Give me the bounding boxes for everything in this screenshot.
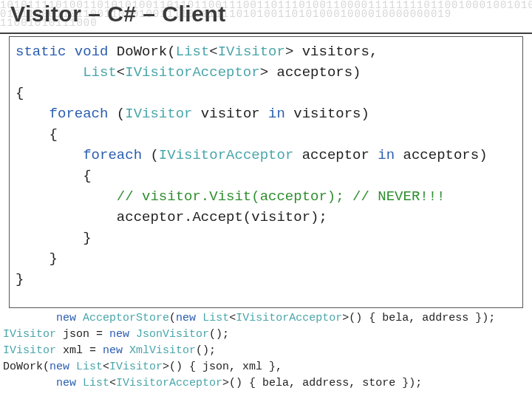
code-token: DoWork( [3, 361, 50, 373]
code-comment: // visitor.Visit(acceptor); // NEVER!!! [117, 188, 446, 205]
code-token: new [56, 377, 76, 389]
code-token: < [109, 377, 116, 389]
code-token: acceptor [293, 147, 378, 163]
code-token [3, 377, 56, 389]
code-token: foreach [50, 106, 109, 122]
code-token: new [176, 312, 196, 324]
code-token [76, 312, 83, 324]
code-token [69, 361, 76, 373]
code-token: foreach [83, 147, 142, 163]
code-token: IVisitor [109, 361, 163, 373]
code-token: acceptors) [395, 147, 487, 163]
code-block-secondary: new AcceptorStore(new List<IVisitorAccep… [3, 310, 529, 392]
code-token: List [76, 361, 103, 373]
code-token [129, 328, 136, 341]
code-token: < [229, 312, 236, 324]
code-token: } [16, 271, 24, 287]
code-token [16, 188, 117, 205]
code-token: IVisitorAcceptor [116, 377, 222, 389]
code-token: { [16, 126, 58, 143]
code-token: { [16, 168, 92, 184]
code-token: IVisitorAcceptor [159, 147, 293, 163]
code-token: IVisitorAcceptor [125, 64, 259, 81]
code-token: { [16, 85, 24, 101]
code-token: List [202, 312, 229, 324]
code-token: ( [142, 147, 159, 163]
code-token: ( [108, 106, 125, 122]
code-token: DoWork [117, 44, 167, 60]
code-token [76, 377, 83, 389]
code-token: JsonVisitor [136, 328, 209, 341]
code-token: static [16, 44, 66, 60]
code-token: >() { json, xml }, [163, 361, 282, 373]
code-token: IVisitor [3, 328, 56, 341]
code-token: void [66, 44, 116, 60]
code-token: List [83, 377, 109, 389]
code-token: >() { bela, address, store }); [222, 377, 422, 389]
code-token [123, 344, 129, 357]
code-token: new [56, 312, 76, 324]
code-token: ( [167, 44, 175, 60]
code-token: } [16, 250, 58, 267]
code-token: IVisitorAcceptor [236, 312, 342, 324]
code-token: new [50, 361, 69, 373]
code-token: List [83, 64, 117, 81]
code-token: IVisitor [125, 106, 192, 122]
code-token: in [268, 106, 285, 122]
code-token: < [209, 44, 217, 60]
code-token: new [103, 344, 123, 357]
code-token [3, 312, 56, 324]
code-token: new [109, 328, 129, 341]
code-token: (); [196, 344, 216, 357]
code-token: > acceptors) [260, 64, 361, 81]
code-token: List [176, 44, 210, 60]
code-token [16, 147, 83, 163]
code-token: AcceptorStore [83, 312, 169, 324]
code-token: } [16, 230, 92, 246]
code-token: in [378, 147, 395, 163]
code-token: >() { bela, address }); [342, 312, 495, 324]
code-token: visitor [192, 106, 268, 122]
code-token: json = [56, 328, 109, 341]
code-token: ( [169, 312, 176, 324]
code-token: IVisitor [218, 44, 285, 60]
code-token [16, 106, 50, 122]
code-token: < [103, 361, 109, 373]
code-token: acceptor.Accept(visitor); [16, 209, 327, 225]
code-token: IVisitor [3, 344, 56, 357]
code-token: < [117, 64, 125, 81]
code-token [16, 64, 83, 81]
code-token: visitors) [285, 106, 369, 122]
title-divider [0, 33, 532, 34]
code-token: xml = [56, 344, 103, 357]
code-token: (); [209, 328, 229, 341]
code-token: > visitors, [285, 44, 378, 60]
code-token: XmlVisitor [129, 344, 196, 357]
slide: 1010111101001101010100110110110011100110… [0, 0, 532, 399]
code-block-main: static void DoWork(List<IVisitor> visito… [9, 36, 523, 308]
code-token [196, 312, 202, 324]
page-title: Visitor – C# – Client [10, 1, 226, 27]
